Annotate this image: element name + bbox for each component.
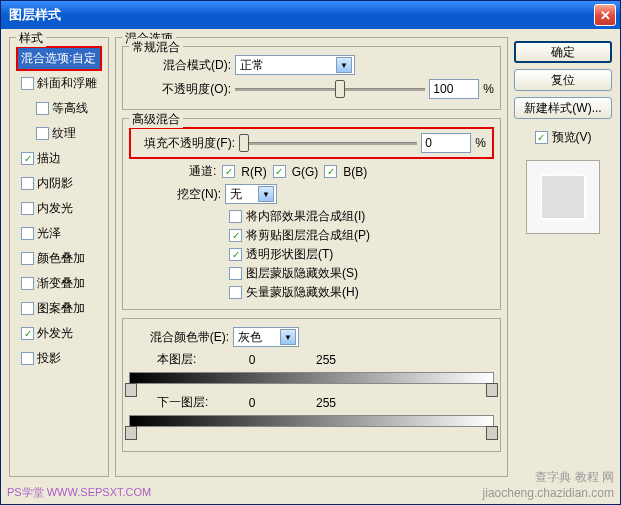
fill-opacity-label: 填充不透明度(F): [137,135,235,152]
blend-mode-select[interactable]: 正常 ▼ [235,55,355,75]
channel-b-checkbox[interactable]: ✓ [324,165,337,178]
style-label: 内阴影 [37,175,73,192]
advanced-blend-legend: 高级混合 [129,111,183,128]
preview-box [526,160,600,234]
style-label: 外发光 [37,325,73,342]
styles-legend: 样式 [16,30,46,47]
style-checkbox-11[interactable]: ✓ [21,327,34,340]
style-checkbox-10[interactable] [21,302,34,315]
style-item-9[interactable]: 渐变叠加 [16,271,102,296]
under-layer-gradient[interactable] [129,415,494,427]
fill-opacity-highlight: 填充不透明度(F): 0 % [129,127,494,159]
style-item-11[interactable]: ✓外发光 [16,321,102,346]
fill-opacity-slider[interactable] [239,134,417,152]
style-checkbox-9[interactable] [21,277,34,290]
cancel-button[interactable]: 复位 [514,69,612,91]
style-item-10[interactable]: 图案叠加 [16,296,102,321]
preview-label: 预览(V) [552,129,592,146]
channel-label: 通道: [189,163,216,180]
style-checkbox-3[interactable] [36,127,49,140]
close-button[interactable]: ✕ [594,4,616,26]
cb-vector-mask-hides[interactable] [229,286,242,299]
style-item-4[interactable]: ✓描边 [16,146,102,171]
style-checkbox-2[interactable] [36,102,49,115]
style-checkbox-12[interactable] [21,352,34,365]
style-checkbox-4[interactable]: ✓ [21,152,34,165]
channel-g-checkbox[interactable]: ✓ [273,165,286,178]
knockout-label: 挖空(N): [129,186,221,203]
normal-blend-legend: 常规混合 [129,39,183,56]
layer-style-dialog: 图层样式 ✕ 样式 混合选项:自定斜面和浮雕等高线纹理✓描边内阴影内发光光泽颜色… [0,0,621,505]
blendif-select[interactable]: 灰色 ▼ [233,327,299,347]
chevron-down-icon: ▼ [280,329,296,345]
new-style-button[interactable]: 新建样式(W)... [514,97,612,119]
style-item-3[interactable]: 纹理 [16,121,102,146]
style-label: 渐变叠加 [37,275,85,292]
opacity-slider[interactable] [235,80,425,98]
style-label: 投影 [37,350,61,367]
preview-checkbox[interactable]: ✓ [535,131,548,144]
watermark-right: 查字典 教程 网 jiaocheng.chazidian.com [483,469,614,500]
style-checkbox-6[interactable] [21,202,34,215]
cb-blend-interior[interactable] [229,210,242,223]
knockout-select[interactable]: 无 ▼ [225,184,277,204]
style-label: 光泽 [37,225,61,242]
style-label: 内发光 [37,200,73,217]
style-item-12[interactable]: 投影 [16,346,102,371]
style-checkbox-7[interactable] [21,227,34,240]
window-title: 图层样式 [9,6,594,24]
preview-swatch [541,175,585,219]
fill-opacity-input[interactable]: 0 [421,133,471,153]
style-label: 描边 [37,150,61,167]
this-layer-label: 本图层: [157,351,213,368]
blend-mode-value: 正常 [240,57,264,74]
chevron-down-icon: ▼ [258,186,274,202]
style-checkbox-5[interactable] [21,177,34,190]
style-checkbox-1[interactable] [21,77,34,90]
style-label: 等高线 [52,100,88,117]
opacity-input[interactable]: 100 [429,79,479,99]
style-item-7[interactable]: 光泽 [16,221,102,246]
under-layer-label: 下一图层: [157,394,213,411]
blendif-value: 灰色 [238,329,262,346]
style-item-6[interactable]: 内发光 [16,196,102,221]
style-item-2[interactable]: 等高线 [16,96,102,121]
style-item-0[interactable]: 混合选项:自定 [16,46,102,71]
cb-layer-mask-hides[interactable] [229,267,242,280]
cb-transparency-shapes[interactable]: ✓ [229,248,242,261]
style-label: 颜色叠加 [37,250,85,267]
style-item-1[interactable]: 斜面和浮雕 [16,71,102,96]
chevron-down-icon: ▼ [336,57,352,73]
opacity-label: 不透明度(O): [129,81,231,98]
style-item-5[interactable]: 内阴影 [16,171,102,196]
style-label: 混合选项:自定 [21,50,96,67]
style-item-8[interactable]: 颜色叠加 [16,246,102,271]
style-label: 纹理 [52,125,76,142]
style-list: 混合选项:自定斜面和浮雕等高线纹理✓描边内阴影内发光光泽颜色叠加渐变叠加图案叠加… [16,46,102,371]
watermark-left: PS学堂 WWW.SEPSXT.COM [7,485,151,500]
blend-mode-label: 混合模式(D): [129,57,231,74]
style-label: 图案叠加 [37,300,85,317]
knockout-value: 无 [230,186,242,203]
titlebar[interactable]: 图层样式 ✕ [1,1,620,29]
style-checkbox-8[interactable] [21,252,34,265]
channel-r-checkbox[interactable]: ✓ [222,165,235,178]
blendif-label: 混合颜色带(E): [129,329,229,346]
style-label: 斜面和浮雕 [37,75,97,92]
this-layer-gradient[interactable] [129,372,494,384]
cb-blend-clipped[interactable]: ✓ [229,229,242,242]
ok-button[interactable]: 确定 [514,41,612,63]
